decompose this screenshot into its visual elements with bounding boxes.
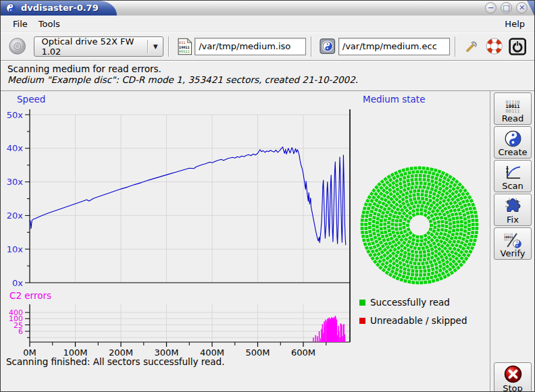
menu-help[interactable]: Help <box>499 18 530 30</box>
svg-text:50x: 50x <box>7 110 24 120</box>
fix-button-label: Fix <box>507 215 519 225</box>
app-window: dvdisaster-0.79 − □ ✕ File Tools Help Op… <box>0 0 535 392</box>
svg-text:20x: 20x <box>7 211 24 221</box>
maximize-button[interactable]: □ <box>501 2 512 13</box>
medium-state-title: Medium state <box>363 94 425 105</box>
toolbar-separator <box>455 36 456 57</box>
scan-curve-icon <box>504 165 521 181</box>
cd-drive-icon <box>9 37 26 55</box>
legend-row: Successfully read <box>359 297 467 308</box>
create-yinyang-icon <box>505 130 521 147</box>
disc-svg <box>355 161 484 289</box>
minimize-button[interactable]: − <box>485 2 496 13</box>
verify-yinyang-icon <box>513 240 521 248</box>
status-line1: Scanning medium for read errors. <box>7 63 528 74</box>
scan-button-label: Scan <box>502 181 524 191</box>
legend-label-unreadable: Unreadable / skipped <box>370 315 467 326</box>
toolbar-separator <box>311 36 312 57</box>
read-button-label: Read <box>502 113 524 123</box>
read-icon: 01110 10011 00111 <box>505 101 519 114</box>
verify-button[interactable]: 01110 10011 00111 Verify <box>494 227 532 260</box>
svg-text:10011: 10011 <box>179 45 189 49</box>
create-button[interactable]: Create <box>494 126 532 159</box>
speed-chart-title: Speed <box>17 94 45 105</box>
main-content: 0x10x20x30x40x50x4001002560M100M200M300M… <box>1 91 534 392</box>
legend-row: Unreadable / skipped <box>359 315 467 326</box>
combo-divider <box>147 40 148 53</box>
titlebar[interactable]: dvdisaster-0.79 − □ ✕ <box>1 1 534 16</box>
scan-result-text: Scanning finished: All sectors successfu… <box>6 356 224 367</box>
legend-label-read: Successfully read <box>370 297 450 308</box>
iso-path-input[interactable] <box>195 38 306 55</box>
menu-file[interactable]: File <box>7 18 33 30</box>
charts-region: 0x10x20x30x40x50x4001002560M100M200M300M… <box>1 91 490 368</box>
stop-button[interactable]: Stop <box>494 362 532 392</box>
svg-text:30x: 30x <box>7 177 24 187</box>
stop-button-label: Stop <box>503 383 523 392</box>
quit-power-icon[interactable] <box>509 37 526 56</box>
svg-text:10x: 10x <box>7 244 24 254</box>
create-button-label: Create <box>498 147 527 157</box>
svg-text:6: 6 <box>18 327 23 336</box>
verify-button-label: Verify <box>501 248 526 258</box>
legend-green-swatch <box>359 300 365 306</box>
c2-chart-title: C2 errors <box>9 290 51 301</box>
stop-icon <box>504 365 522 383</box>
iso-image-icon: 011 10011 00111 <box>177 38 193 55</box>
status-line2: Medium "Example disc": CD-R mode 1, 3534… <box>7 74 528 85</box>
svg-text:500M: 500M <box>245 347 270 358</box>
status-area: Scanning medium for read errors. Medium … <box>1 61 534 91</box>
svg-text:40x: 40x <box>7 143 24 153</box>
help-lifesaver-icon[interactable] <box>486 37 503 55</box>
legend-red-swatch <box>359 318 365 324</box>
drive-select[interactable]: Optical drive 52X FW 1.02 ▼ <box>34 36 163 57</box>
toolbar: Optical drive 52X FW 1.02 ▼ 011 10011 00… <box>1 32 534 61</box>
preferences-wrench-icon[interactable] <box>463 37 480 55</box>
toolbar-separator <box>168 36 170 57</box>
read-button[interactable]: 01110 10011 00111 Read <box>494 92 532 125</box>
action-sidebar: 01110 10011 00111 Read Create Scan <box>490 91 534 392</box>
fix-button[interactable]: Fix <box>494 194 532 226</box>
ecc-file-icon <box>320 38 336 55</box>
menu-tools[interactable]: Tools <box>33 18 66 30</box>
svg-text:011: 011 <box>179 40 185 45</box>
charts-panel: 0x10x20x30x40x50x4001002560M100M200M300M… <box>1 91 490 392</box>
drive-select-value: Optical drive 52X FW 1.02 <box>41 36 143 57</box>
app-logo-icon <box>6 3 16 13</box>
menubar: File Tools Help <box>1 16 534 32</box>
svg-text:00111: 00111 <box>179 49 189 53</box>
svg-text:600M: 600M <box>291 347 315 358</box>
ecc-path-input[interactable] <box>338 38 450 55</box>
medium-state-legend: Successfully read Unreadable / skipped <box>359 297 467 333</box>
chevron-down-icon: ▼ <box>151 43 160 50</box>
svg-text:0x: 0x <box>12 278 23 288</box>
close-button[interactable]: ✕ <box>516 2 528 13</box>
verify-icon: 01110 10011 00111 <box>504 233 521 248</box>
fix-puzzle-icon <box>504 197 521 215</box>
scan-button[interactable]: Scan <box>494 160 532 192</box>
window-title: dvdisaster-0.79 <box>21 1 99 16</box>
